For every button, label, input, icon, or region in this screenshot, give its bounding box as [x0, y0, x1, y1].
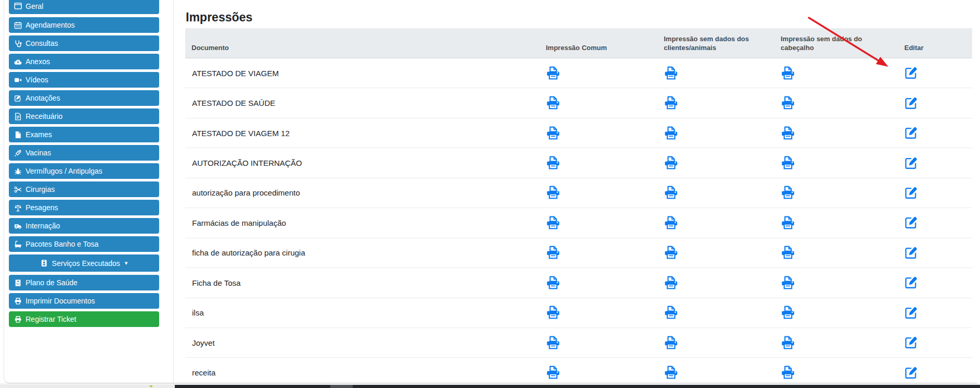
print-common-button[interactable] [546, 126, 560, 140]
sidebar-item-receituario[interactable]: Receituário [9, 108, 159, 124]
printer-icon [14, 297, 22, 305]
table-row: AUTORIZAÇÃO INTERNAÇÃO [185, 148, 972, 178]
sidebar-item-agendamentos[interactable]: Agendamentos [9, 17, 159, 33]
print-common-button[interactable] [546, 156, 560, 170]
sidebar-item-internacao[interactable]: Internação [9, 218, 159, 234]
edit-button[interactable] [904, 186, 918, 200]
edit-button[interactable] [904, 366, 918, 380]
print-no-client-data-button[interactable] [664, 156, 678, 170]
print-no-header-button[interactable] [781, 216, 795, 230]
print-no-client-data-button[interactable] [664, 216, 678, 230]
sidebar-item-vermifugos-antipulgas[interactable]: Vermífugos / Antipulgas [9, 163, 159, 179]
calendar-icon [14, 21, 22, 29]
edit-button[interactable] [904, 306, 918, 320]
print-no-client-data-button[interactable] [664, 126, 678, 140]
print-no-header-button[interactable] [781, 96, 795, 110]
sidebar-item-anexos[interactable]: Anexos [9, 54, 159, 69]
print-no-client-data-button[interactable] [664, 66, 678, 80]
print-no-header-button[interactable] [781, 336, 795, 350]
sidebar-item-label: Vídeos [26, 76, 49, 84]
scissors-icon [14, 186, 22, 193]
sidebar-item-label: Plano de Saúde [26, 278, 78, 287]
print-no-client-data-button[interactable] [664, 306, 678, 320]
bottom-bar-dark-segment [175, 385, 980, 388]
bath-icon [14, 240, 22, 248]
cloud-download-icon [14, 58, 22, 66]
file-text-icon [14, 113, 22, 120]
sidebar-item-consultas[interactable]: Consultas [9, 35, 159, 51]
print-no-client-data-button[interactable] [664, 246, 678, 260]
sidebar-item-label: Vacinas [26, 149, 51, 157]
print-no-client-data-button[interactable] [664, 336, 678, 350]
edit-button[interactable] [904, 246, 918, 260]
sidebar-item-vacinas[interactable]: Vacinas [9, 145, 159, 161]
sidebar-item-geral[interactable]: Geral [9, 0, 159, 14]
sidebar-item-label: Anexos [26, 57, 50, 66]
hospital-icon [14, 279, 22, 287]
id-badge-icon [40, 259, 48, 267]
sidebar-item-label: Exames [26, 130, 52, 139]
table-row: Ficha de Tosa [185, 268, 972, 298]
print-common-button[interactable] [546, 366, 560, 380]
print-common-button[interactable] [546, 306, 560, 320]
sidebar-item-plano-de-saude[interactable]: Plano de Saúde [9, 275, 159, 290]
edit-button[interactable] [904, 66, 918, 80]
table-row: ATESTADO DE SAÚDE [185, 88, 972, 118]
document-name: Joyvet [185, 338, 540, 347]
sidebar-item-exames[interactable]: Exames [9, 127, 159, 142]
document-name: ATESTADO DE VIAGEM 12 [185, 129, 540, 138]
edit-button[interactable] [904, 336, 918, 349]
sidebar-content-divider [173, 0, 174, 383]
sidebar-item-label: Serviços Executados [52, 259, 120, 268]
ambulance-icon [14, 222, 22, 230]
balance-scale-icon [14, 204, 22, 212]
sidebar-item-videos[interactable]: Vídeos [9, 72, 159, 88]
print-no-client-data-button[interactable] [664, 276, 678, 290]
print-common-button[interactable] [546, 96, 560, 110]
sidebar-item-servicos-executados[interactable]: Serviços Executados▾ [9, 254, 159, 272]
print-no-header-button[interactable] [781, 66, 795, 80]
bottom-bar-dot [150, 385, 152, 387]
print-no-header-button[interactable] [781, 306, 795, 320]
sidebar-item-pacotes-banho-tosa[interactable]: Pacotes Banho e Tosa [9, 236, 159, 252]
syringe-icon [14, 149, 22, 157]
edit-button[interactable] [904, 126, 918, 140]
edit-button[interactable] [904, 216, 918, 229]
chevron-down-icon: ▾ [125, 260, 128, 266]
print-common-button[interactable] [546, 216, 560, 230]
print-common-button[interactable] [546, 186, 560, 200]
sidebar-item-imprimir-documentos[interactable]: Imprimir Documentos [9, 293, 159, 309]
print-no-header-button[interactable] [781, 246, 795, 260]
column-header-documento: Documento [185, 28, 540, 57]
stethoscope-icon [14, 40, 22, 47]
sidebar-item-anotacoes[interactable]: Anotações [9, 90, 159, 106]
edit-button[interactable] [904, 276, 918, 289]
sidebar-item-label: Pesagens [26, 203, 58, 212]
edit-button[interactable] [904, 96, 918, 110]
printer-icon [14, 316, 22, 323]
print-no-header-button[interactable] [781, 126, 795, 140]
document-name: receita [185, 368, 540, 377]
sidebar-item-pesagens[interactable]: Pesagens [9, 200, 159, 215]
sidebar-item-label: Agendamentos [26, 21, 75, 29]
print-common-button[interactable] [546, 336, 560, 350]
print-no-header-button[interactable] [781, 156, 795, 170]
print-no-header-button[interactable] [781, 186, 795, 200]
print-no-header-button[interactable] [781, 276, 795, 290]
edit-button[interactable] [904, 156, 918, 170]
print-common-button[interactable] [546, 246, 560, 260]
print-no-client-data-button[interactable] [664, 186, 678, 200]
print-common-button[interactable] [546, 276, 560, 290]
sidebar-item-label: Geral [26, 2, 43, 10]
sidebar-item-label: Imprimir Documentos [26, 297, 95, 305]
sidebar-item-cirurgias[interactable]: Cirurgias [9, 181, 159, 197]
sidebar-item-registrar-ticket[interactable]: Registrar Ticket [9, 311, 159, 327]
print-no-header-button[interactable] [781, 366, 795, 380]
sidebar-item-label: Pacotes Banho e Tosa [26, 240, 99, 248]
print-no-client-data-button[interactable] [664, 366, 678, 380]
sidebar-item-label: Consultas [26, 39, 58, 47]
print-no-client-data-button[interactable] [664, 96, 678, 110]
document-name: ATESTADO DE SAÚDE [185, 99, 540, 107]
table-row: ATESTADO DE VIAGEM 12 [185, 118, 972, 148]
print-common-button[interactable] [546, 66, 560, 80]
